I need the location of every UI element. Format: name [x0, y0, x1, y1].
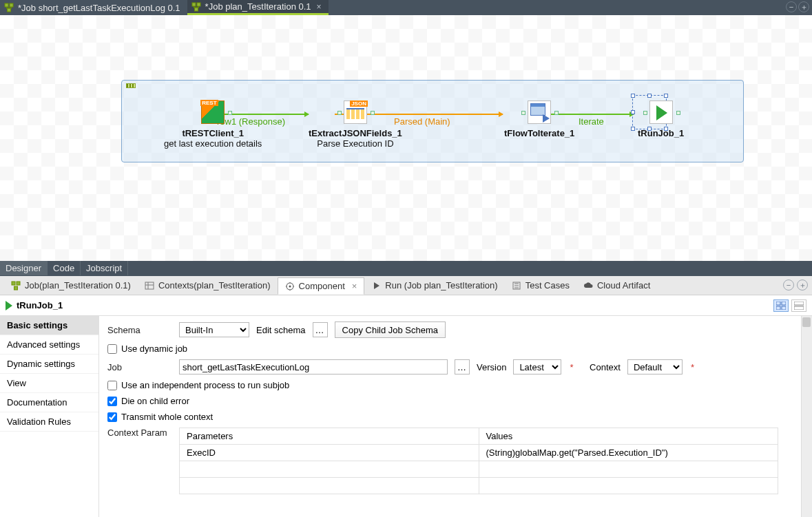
node-id: tExtractJSONFields_1: [309, 128, 402, 138]
table-row[interactable]: [180, 478, 778, 494]
tab-testcases[interactable]: Test Cases: [505, 277, 576, 293]
edit-schema-button[interactable]: …: [313, 322, 328, 337]
svg-rect-9: [145, 282, 154, 289]
label-context-param: Context Param: [107, 428, 172, 438]
view-toggle-grid[interactable]: [773, 299, 789, 312]
editor-mode-tabs: Designer Code Jobscript: [0, 261, 812, 276]
tab-cloud-artifact[interactable]: Cloud Artifact: [576, 277, 657, 293]
editor-tab-0[interactable]: *Job short_getLastTaskExecutionLog 0.1: [0, 0, 187, 15]
required-star: *: [570, 362, 573, 372]
use-dynamic-job-checkbox[interactable]: [107, 344, 117, 354]
side-tab-doc[interactable]: Documentation: [0, 393, 98, 412]
maximize-icon[interactable]: ＋: [797, 279, 808, 291]
view-toggle-group: [773, 299, 806, 312]
svg-rect-18: [794, 306, 804, 310]
run-icon: [649, 101, 673, 124]
contexts-icon: [145, 281, 154, 291]
version-select[interactable]: Latest: [513, 359, 561, 374]
label-context: Context: [590, 362, 621, 372]
tab-component[interactable]: Component ×: [278, 277, 365, 295]
node-id: tRunJob_1: [638, 128, 684, 138]
component-icon: [285, 282, 295, 291]
label-schema: Schema: [107, 325, 172, 335]
node-trestclient[interactable]: tRESTClient_1 get last execution details: [164, 101, 262, 149]
job-icon: [191, 2, 201, 12]
bottom-panel-tabs: Job(plan_TestIteration 0.1) Contexts(pla…: [0, 276, 812, 295]
svg-rect-1: [10, 3, 13, 7]
label-independent: Use an independent process to run subjob: [121, 380, 289, 390]
testcases-icon: [512, 281, 521, 291]
svg-rect-7: [17, 282, 20, 285]
svg-rect-5: [194, 8, 198, 11]
table-row[interactable]: [180, 461, 778, 478]
play-icon: [371, 281, 381, 291]
scrollbar-track[interactable]: [801, 316, 812, 517]
node-trunjob[interactable]: tRunJob_1: [638, 101, 684, 138]
close-icon[interactable]: ×: [317, 2, 322, 12]
label-die-on: Die on child error: [121, 396, 189, 406]
schema-select[interactable]: Built-In: [179, 322, 249, 337]
context-param-table[interactable]: Parameters Values ExecID (String)globalM…: [179, 428, 778, 494]
context-select[interactable]: Default: [627, 359, 683, 374]
node-id: tRESTClient_1: [164, 128, 262, 138]
job-icon: [11, 281, 21, 291]
mode-tab-code[interactable]: Code: [48, 261, 81, 275]
label-use-dynamic: Use dynamic job: [121, 344, 187, 354]
node-textractjson[interactable]: tExtractJSONFields_1 Parse Execution ID: [309, 101, 402, 149]
svg-rect-0: [5, 3, 8, 7]
tab-job[interactable]: Job(plan_TestIteration 0.1): [4, 277, 138, 293]
svg-rect-15: [776, 306, 780, 310]
node-tflowtoiterate[interactable]: tFlowToIterate_1: [504, 101, 574, 138]
minimize-icon[interactable]: −: [786, 1, 797, 12]
tab-label: Component: [299, 281, 345, 291]
svg-rect-16: [782, 306, 786, 310]
subjob-collapse-handle[interactable]: [126, 83, 136, 88]
maximize-icon[interactable]: ＋: [798, 1, 809, 12]
cell-value[interactable]: (String)globalMap.get("Parsed.Execution_…: [479, 445, 778, 461]
close-icon[interactable]: ×: [352, 281, 357, 291]
svg-rect-3: [192, 3, 196, 6]
mode-tab-jobscript[interactable]: Jobscript: [81, 261, 128, 275]
independent-process-checkbox[interactable]: [107, 381, 117, 390]
transmit-context-checkbox[interactable]: [107, 412, 117, 422]
flow-iterate-icon: [528, 101, 551, 124]
svg-rect-2: [8, 8, 11, 12]
scrollbar-thumb[interactable]: [802, 317, 811, 327]
table-header-values: Values: [479, 428, 778, 445]
copy-child-schema-button[interactable]: Copy Child Job Schema: [335, 321, 446, 338]
browse-job-button[interactable]: …: [455, 359, 470, 374]
tab-label: Job(plan_TestIteration 0.1): [25, 280, 131, 291]
node-subtitle: get last execution details: [164, 138, 262, 149]
run-icon: [6, 301, 12, 310]
side-tab-view[interactable]: View: [0, 374, 98, 393]
tab-label: Contexts(plan_TestIteration): [158, 280, 271, 291]
designer-canvas[interactable]: row1 (Response) Parsed (Main) Iterate tR…: [0, 15, 812, 261]
side-tab-validation[interactable]: Validation Rules: [0, 412, 98, 432]
svg-rect-13: [776, 302, 780, 305]
required-star: *: [691, 362, 694, 372]
connection-label: Iterate: [579, 116, 604, 127]
job-icon: [4, 3, 14, 12]
side-tab-basic[interactable]: Basic settings: [0, 316, 98, 335]
mode-tab-designer[interactable]: Designer: [0, 261, 48, 275]
component-form: Schema Built-In Edit schema … Copy Child…: [99, 316, 812, 517]
rest-icon: [201, 101, 225, 124]
editor-tab-1[interactable]: *Job plan_TestIteration 0.1 ×: [187, 0, 329, 15]
view-toggle-list[interactable]: [791, 299, 806, 312]
minimize-icon[interactable]: −: [783, 279, 794, 291]
svg-rect-4: [197, 3, 200, 6]
side-tab-dynamic[interactable]: Dynamic settings: [0, 355, 98, 374]
editor-tab-label: *Job short_getLastTaskExecutionLog 0.1: [18, 3, 180, 13]
editor-top-tabs: *Job short_getLastTaskExecutionLog 0.1 *…: [0, 0, 812, 15]
side-tab-advanced[interactable]: Advanced settings: [0, 335, 98, 355]
tab-run[interactable]: Run (Job plan_TestIteration): [364, 277, 504, 293]
table-row[interactable]: ExecID (String)globalMap.get("Parsed.Exe…: [180, 445, 778, 461]
node-subtitle: Parse Execution ID: [309, 138, 402, 149]
label-version: Version: [477, 362, 506, 372]
job-field[interactable]: [179, 359, 448, 374]
cell-param[interactable]: ExecID: [180, 445, 479, 461]
label-edit-schema: Edit schema: [256, 325, 306, 335]
die-on-child-error-checkbox[interactable]: [107, 397, 117, 406]
tab-contexts[interactable]: Contexts(plan_TestIteration): [138, 277, 278, 293]
tab-label: Cloud Artifact: [597, 280, 650, 291]
